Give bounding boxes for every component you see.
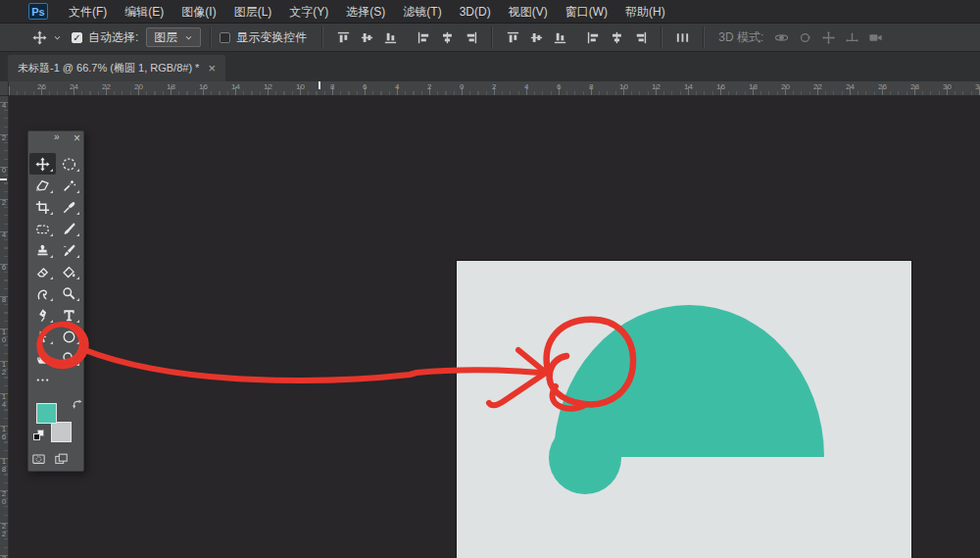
ruler-label: 14 xyxy=(0,393,8,408)
menu-item-10[interactable]: 帮助(H) xyxy=(616,0,674,24)
smudge-icon xyxy=(35,286,50,301)
3d-pan-icon xyxy=(821,30,836,45)
distribute-top-edges-button[interactable] xyxy=(506,30,520,45)
align-vertical-centers-button[interactable] xyxy=(360,30,374,45)
ruler-label: 18 xyxy=(0,458,8,473)
hand-icon xyxy=(35,351,50,366)
hand-tool[interactable] xyxy=(29,347,56,369)
menu-item-7[interactable]: 3D(D) xyxy=(451,0,500,24)
patch-tool[interactable] xyxy=(29,218,56,239)
align-left-edges-button[interactable] xyxy=(416,30,431,45)
smudge-tool[interactable] xyxy=(29,282,56,304)
ruler-cursor-indicator xyxy=(318,81,320,89)
distribute-vertical-centers-button[interactable] xyxy=(529,30,544,45)
dodge-tool[interactable] xyxy=(56,282,82,304)
document-tab[interactable]: 未标题-1 @ 66.7% (椭圆 1, RGB/8#) * × xyxy=(8,55,225,81)
move-tool[interactable] xyxy=(29,153,56,175)
distribute-left-edges-button[interactable] xyxy=(586,30,601,45)
auto-select-value: 图层 xyxy=(154,29,177,46)
path-selection-tool[interactable] xyxy=(29,326,56,347)
collapse-panel-icon[interactable]: » xyxy=(54,131,61,142)
distribute-spacing-button[interactable] xyxy=(675,30,690,45)
ruler-label: 4 xyxy=(395,82,399,91)
menu-item-5[interactable]: 选择(S) xyxy=(337,0,394,24)
tools-panel-bottom xyxy=(28,452,83,468)
ruler-label: 10 xyxy=(296,82,305,91)
ruler-label: 2 xyxy=(427,82,431,91)
menu-item-3[interactable]: 图层(L) xyxy=(225,0,281,24)
ruler-label: 6 xyxy=(0,264,8,272)
pathselect-icon xyxy=(35,330,50,344)
document-tab-bar: 未标题-1 @ 66.7% (椭圆 1, RGB/8#) * × xyxy=(0,52,980,81)
history-brush-tool[interactable] xyxy=(56,239,82,261)
foreground-color-swatch[interactable] xyxy=(36,403,57,424)
align-horizontal-centers-button[interactable] xyxy=(440,30,455,45)
crop-tool[interactable] xyxy=(29,196,56,218)
separator xyxy=(703,26,704,48)
bucket-icon xyxy=(62,265,76,279)
auto-select-checkbox[interactable]: ✓ xyxy=(72,32,82,43)
canvas-document[interactable] xyxy=(457,261,911,558)
ruler-label: 32 xyxy=(975,82,980,91)
ruler-label: 14 xyxy=(684,82,693,91)
ellipse-icon xyxy=(62,330,76,344)
3d-slide-icon xyxy=(845,30,859,45)
vertical-ruler: 42024681012141618202224 xyxy=(0,96,9,558)
tab-close-icon[interactable]: × xyxy=(208,62,216,75)
separator xyxy=(491,26,492,48)
quick-mask-mode-button[interactable] xyxy=(31,452,46,466)
distribute-right-edges-button[interactable] xyxy=(633,30,648,45)
menu-item-6[interactable]: 滤镜(T) xyxy=(394,0,450,24)
align-right-edges-button[interactable] xyxy=(464,30,478,45)
background-color-swatch[interactable] xyxy=(51,422,72,442)
ruler-cursor-indicator xyxy=(0,178,7,180)
align-bottom-edges-button[interactable] xyxy=(383,30,398,45)
eraser-tool[interactable] xyxy=(29,261,56,282)
menu-item-8[interactable]: 视图(V) xyxy=(500,0,557,24)
ellipse-tool[interactable] xyxy=(56,326,82,347)
zoom-tool[interactable] xyxy=(56,347,82,369)
eyedropper-tool[interactable] xyxy=(56,196,82,218)
eyedropper-icon xyxy=(62,200,76,215)
menu-item-1[interactable]: 编辑(E) xyxy=(116,0,172,24)
menu-item-9[interactable]: 窗口(W) xyxy=(557,0,616,24)
auto-select-label: 自动选择: xyxy=(88,29,138,46)
tool-preset-picker[interactable] xyxy=(32,30,62,45)
close-panel-icon[interactable]: × xyxy=(74,132,80,144)
menu-item-0[interactable]: 文件(F) xyxy=(60,0,116,24)
elliptical-marquee-tool[interactable] xyxy=(56,153,82,175)
distribute-horizontal-centers-button[interactable] xyxy=(610,30,624,45)
align-top-edges-button[interactable] xyxy=(336,30,351,45)
menu-item-2[interactable]: 图像(I) xyxy=(172,0,224,24)
ruler-label: 0 xyxy=(460,82,464,91)
default-foreground-swatch[interactable] xyxy=(33,433,40,440)
ruler-label: 8 xyxy=(330,82,334,91)
distribute-bottom-edges-button[interactable] xyxy=(553,30,567,45)
screen-mode-button[interactable] xyxy=(54,452,69,466)
magic-wand-tool[interactable] xyxy=(56,175,82,196)
ruler-label: 12 xyxy=(0,361,8,376)
marquee-icon xyxy=(62,157,76,172)
menu-item-4[interactable]: 文字(Y) xyxy=(280,0,337,24)
ruler-label: 10 xyxy=(619,82,628,91)
show-transform-label: 显示变换控件 xyxy=(236,29,307,46)
swap-colors-icon[interactable] xyxy=(72,398,83,410)
lasso-tool[interactable] xyxy=(29,175,56,196)
menu-bar: Ps 文件(F)编辑(E)图像(I)图层(L)文字(Y)选择(S)滤镜(T)3D… xyxy=(0,0,980,24)
separator xyxy=(210,26,211,48)
ruler-label: 16 xyxy=(716,82,725,91)
ruler-label: 18 xyxy=(167,82,175,91)
eraser-icon xyxy=(35,265,50,279)
chevron-down-icon xyxy=(53,33,62,42)
ruler-label: 24 xyxy=(70,82,78,91)
edit-toolbar[interactable] xyxy=(29,369,56,390)
ruler-label: 2 xyxy=(0,134,8,142)
paint-bucket-tool[interactable] xyxy=(56,261,82,282)
document-tab-title: 未标题-1 @ 66.7% (椭圆 1, RGB/8#) * xyxy=(18,61,199,76)
auto-select-dropdown[interactable]: 图层 xyxy=(146,27,201,47)
brush-tool[interactable] xyxy=(56,218,82,239)
clone-stamp-tool[interactable] xyxy=(29,239,56,261)
type-tool[interactable] xyxy=(56,304,82,326)
show-transform-checkbox[interactable] xyxy=(220,32,230,43)
pen-tool[interactable] xyxy=(29,304,56,326)
